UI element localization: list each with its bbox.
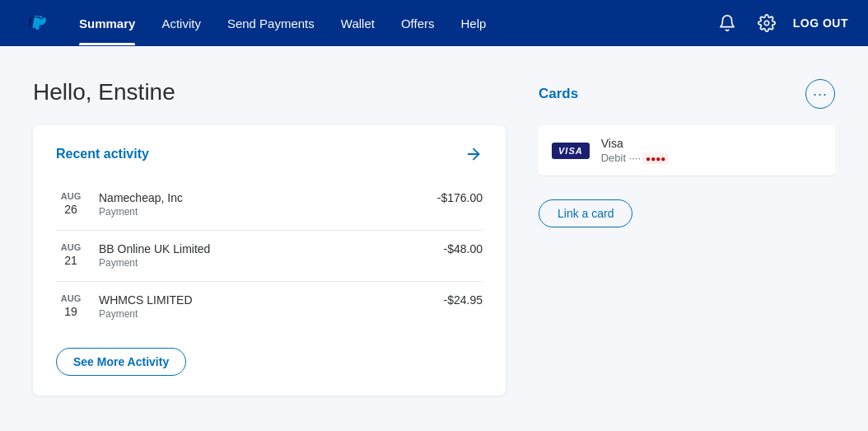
activity-info: BB Online UK Limited Payment [99, 242, 431, 269]
activity-title: Recent activity [56, 147, 149, 162]
settings-button[interactable] [754, 10, 780, 36]
activity-date: AUG 19 [56, 293, 86, 321]
activity-card: Recent activity AUG 26 Namecheap, Inc Pa… [33, 125, 506, 396]
table-row: AUG 21 BB Online UK Limited Payment -$48… [56, 231, 483, 282]
right-panel: Cards ··· VISA Visa Debit ····●●●● Link … [539, 79, 835, 396]
link-card-button[interactable]: Link a card [539, 199, 632, 227]
activity-merchant: Namecheap, Inc [99, 191, 424, 204]
activity-type: Payment [99, 206, 424, 218]
cards-header: Cards ··· [539, 79, 835, 109]
visa-logo: VISA [552, 143, 590, 159]
activity-day: 19 [56, 304, 86, 321]
activity-info: WHMCS LIMITED Payment [99, 293, 431, 320]
activity-amount: -$48.00 [444, 242, 483, 255]
nav-send-payments[interactable]: Send Payments [214, 2, 328, 45]
activity-merchant: BB Online UK Limited [99, 242, 431, 255]
activity-header: Recent activity [56, 145, 483, 163]
activity-month: AUG [56, 293, 86, 304]
table-row: AUG 26 Namecheap, Inc Payment -$176.00 [56, 180, 483, 231]
see-more-activity-button[interactable]: See More Activity [56, 348, 186, 376]
paypal-logo [20, 8, 49, 38]
activity-info: Namecheap, Inc Payment [99, 191, 424, 218]
logout-button[interactable]: LOG OUT [793, 16, 848, 30]
activity-amount: -$176.00 [437, 191, 483, 204]
cards-title: Cards [539, 86, 578, 102]
card-brand: Visa [601, 137, 822, 150]
activity-date: AUG 21 [56, 242, 86, 269]
cards-more-button[interactable]: ··· [805, 79, 835, 109]
nav-right: LOG OUT [714, 10, 848, 36]
left-panel: Hello, Enstine Recent activity AUG 26 Na… [33, 79, 506, 396]
activity-type: Payment [99, 257, 431, 269]
activity-arrow-button[interactable] [464, 145, 483, 163]
main-content: Hello, Enstine Recent activity AUG 26 Na… [0, 46, 868, 412]
nav-activity[interactable]: Activity [148, 2, 214, 45]
table-row: AUG 19 WHMCS LIMITED Payment -$24.95 [56, 282, 483, 332]
cards-section: Cards ··· VISA Visa Debit ····●●●● Link … [539, 79, 835, 227]
nav-offers[interactable]: Offers [388, 2, 448, 45]
activity-merchant: WHMCS LIMITED [99, 293, 431, 307]
nav-summary[interactable]: Summary [66, 2, 148, 45]
notifications-button[interactable] [714, 10, 740, 36]
card-info: Visa Debit ····●●●● [601, 137, 822, 164]
activity-day: 26 [56, 202, 86, 218]
svg-point-0 [764, 21, 769, 26]
nav-help[interactable]: Help [448, 2, 500, 45]
nav-wallet[interactable]: Wallet [328, 2, 388, 45]
main-nav: Summary Activity Send Payments Wallet Of… [0, 0, 868, 46]
nav-links: Summary Activity Send Payments Wallet Of… [66, 2, 714, 45]
activity-type: Payment [99, 308, 431, 320]
greeting: Hello, Enstine [33, 79, 506, 105]
activity-month: AUG [56, 242, 86, 253]
activity-month: AUG [56, 191, 86, 202]
activity-amount: -$24.95 [444, 293, 483, 307]
activity-day: 21 [56, 253, 86, 269]
card-number: Debit ····●●●● [601, 152, 822, 164]
activity-date: AUG 26 [56, 191, 86, 218]
card-item: VISA Visa Debit ····●●●● [539, 125, 835, 176]
